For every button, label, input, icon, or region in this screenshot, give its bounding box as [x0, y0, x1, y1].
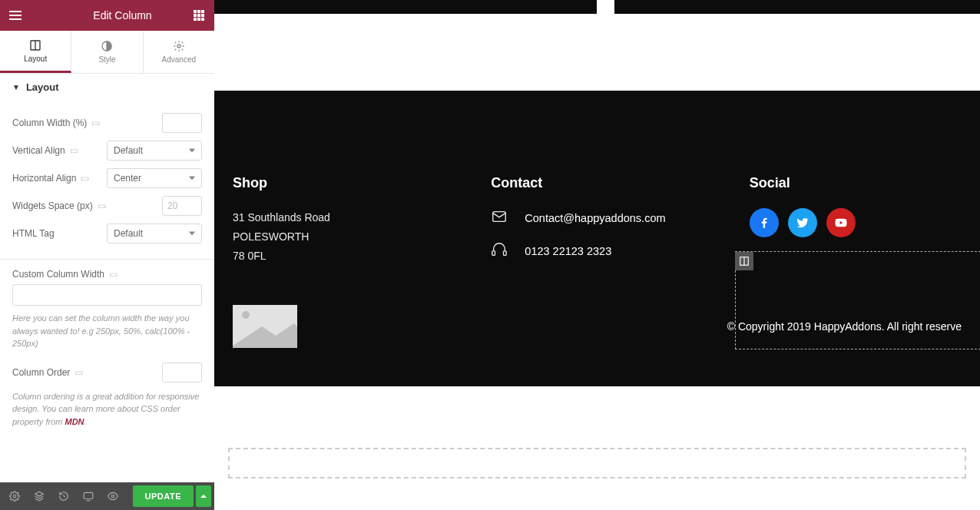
select-value: Default [114, 228, 143, 239]
hint-text: Here you can set the column width the wa… [12, 312, 202, 350]
image-placeholder[interactable] [233, 305, 297, 348]
heading: Shop [233, 175, 445, 191]
label: HTML Tag [12, 228, 55, 239]
footer-col-social[interactable]: Social [750, 175, 962, 274]
history-icon[interactable] [52, 485, 75, 508]
settings-icon[interactable] [3, 485, 26, 508]
shop-address: 31 Southlands Road POLESWORTH 78 0FL [233, 208, 445, 267]
apps-icon[interactable] [184, 0, 214, 31]
svg-rect-10 [493, 212, 506, 222]
label: Vertical Align [12, 145, 65, 156]
extra-controls: Custom Column Width ▭ Here you can set t… [0, 260, 214, 448]
preview-canvas[interactable]: Shop 31 Southlands Road POLESWORTH 78 0F… [214, 0, 980, 510]
desktop-icon[interactable]: ▭ [91, 118, 100, 128]
label: Horizontal Align [12, 173, 76, 184]
label: Column Width (%) [12, 118, 87, 128]
label: Column Order [12, 367, 70, 378]
email-text[interactable]: Contact@happyaddons.com [525, 212, 665, 224]
label: Widgets Space (px) [12, 200, 93, 211]
menu-icon[interactable] [0, 15, 31, 16]
column-handle[interactable] [735, 252, 753, 270]
mdn-link[interactable]: MDN [65, 417, 84, 426]
heading: Contact [491, 175, 703, 191]
column-order-input[interactable] [162, 363, 202, 382]
desktop-icon[interactable]: ▭ [98, 200, 106, 211]
tab-advanced[interactable]: Advanced [144, 31, 214, 73]
svg-point-4 [13, 495, 16, 498]
section-layout-toggle[interactable]: ▼ Layout [0, 74, 214, 101]
headset-icon [491, 241, 508, 260]
tab-layout[interactable]: Layout [0, 31, 71, 73]
footer-section[interactable]: Shop 31 Southlands Road POLESWORTH 78 0F… [214, 91, 980, 386]
responsive-icon[interactable] [77, 485, 100, 508]
select-value: Default [114, 145, 143, 156]
prev-section-edge [214, 0, 980, 14]
svg-point-3 [177, 45, 180, 48]
svg-line-6 [64, 496, 65, 497]
html-tag-select[interactable]: Default [107, 224, 202, 243]
widgets-space-input[interactable] [162, 196, 202, 216]
custom-column-width-input[interactable] [12, 284, 202, 306]
control-horizontal-align: Horizontal Align ▭ Center [12, 167, 202, 190]
control-custom-column-width: Custom Column Width ▭ Here you can set t… [12, 269, 202, 350]
contact-email-row: Contact@happyaddons.com [491, 208, 703, 227]
svg-point-9 [111, 495, 114, 498]
layout-controls: Column Width (%) ▭ Vertical Align ▭ Defa… [0, 101, 214, 260]
control-html-tag: HTML Tag Default [12, 222, 202, 245]
control-column-width: Column Width (%) ▭ [12, 111, 202, 134]
preview-icon[interactable] [101, 485, 124, 508]
desktop-icon[interactable]: ▭ [74, 367, 83, 378]
panel-body[interactable]: ▼ Layout Column Width (%) ▭ Vertical Ali… [0, 74, 214, 482]
desktop-icon[interactable]: ▭ [81, 173, 89, 184]
youtube-icon[interactable] [826, 208, 856, 237]
select-value: Center [114, 173, 141, 184]
svg-rect-11 [492, 251, 495, 256]
hint-text: Column ordering is a great addition for … [12, 390, 202, 429]
svg-rect-12 [504, 251, 507, 256]
control-vertical-align: Vertical Align ▭ Default [12, 139, 202, 162]
horizontal-align-select[interactable]: Center [107, 168, 202, 188]
label: Custom Column Width [12, 269, 104, 280]
desktop-icon[interactable]: ▭ [109, 269, 118, 280]
update-button[interactable]: UPDATE [133, 485, 194, 507]
phone-text: 0123 22123 2323 [525, 245, 611, 257]
navigator-icon[interactable] [28, 485, 51, 508]
update-options-button[interactable] [196, 485, 211, 507]
tab-label: Layout [24, 55, 47, 63]
footer-col-shop[interactable]: Shop 31 Southlands Road POLESWORTH 78 0F… [233, 175, 445, 274]
mail-icon [491, 208, 508, 227]
footer-col-contact[interactable]: Contact Contact@happyaddons.com 0123 221… [491, 175, 703, 274]
svg-rect-7 [84, 492, 93, 498]
contact-phone-row: 0123 22123 2323 [491, 241, 703, 260]
add-section-area[interactable] [228, 448, 966, 479]
panel-header: Edit Column [0, 0, 214, 31]
tab-label: Advanced [162, 55, 196, 64]
twitter-icon[interactable] [788, 208, 817, 237]
facebook-icon[interactable] [750, 208, 779, 237]
column-width-input[interactable] [162, 113, 202, 133]
caret-down-icon: ▼ [12, 83, 20, 91]
tab-style[interactable]: Style [71, 31, 143, 73]
control-column-order: Column Order ▭ Column ordering is a grea… [12, 361, 202, 429]
vertical-align-select[interactable]: Default [107, 141, 202, 161]
desktop-icon[interactable]: ▭ [70, 145, 78, 156]
control-widgets-space: Widgets Space (px) ▭ [12, 194, 202, 217]
tab-label: Style [98, 55, 115, 64]
panel-tabs: Layout Style Advanced [0, 31, 214, 74]
heading: Social [750, 175, 962, 191]
editor-panel: Edit Column Layout Style Advanced ▼ Layo… [0, 0, 214, 510]
copyright-text: © Copyright 2019 HappyAddons. All right … [727, 320, 962, 333]
section-title: Layout [26, 81, 59, 93]
panel-footer: UPDATE [0, 482, 214, 510]
